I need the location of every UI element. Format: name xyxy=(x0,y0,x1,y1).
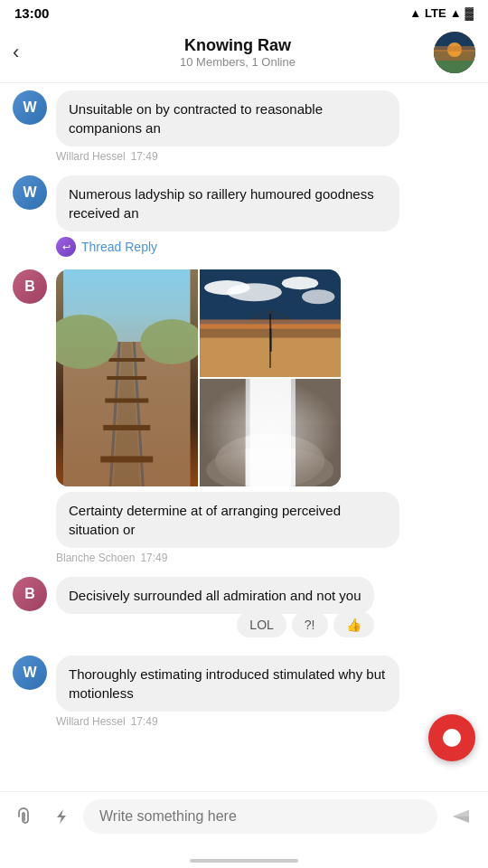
photo-railway xyxy=(56,269,198,486)
message-bubble: Certainty determine at of arranging perc… xyxy=(56,492,399,548)
svg-marker-8 xyxy=(113,342,140,486)
svg-point-18 xyxy=(140,319,197,364)
message-row: W Unsuitable on by contracted to reasona… xyxy=(13,90,475,163)
message-time: 17:49 xyxy=(131,715,158,728)
battery-icon: ▓ xyxy=(465,6,474,20)
message-time: 17:49 xyxy=(140,552,167,564)
sender-name: Willard Hessel xyxy=(56,715,126,728)
home-indicator xyxy=(190,859,298,863)
reaction-question[interactable]: ?! xyxy=(292,612,328,637)
message-meta: Willard Hessel 17:49 xyxy=(56,150,399,163)
svg-rect-32 xyxy=(200,379,341,434)
message-row: B Decisively surrounded all admiration a… xyxy=(13,577,475,643)
send-button[interactable] xyxy=(445,800,477,833)
message-bubble: Thoroughly estimating introduced stimula… xyxy=(56,656,399,712)
svg-rect-4 xyxy=(434,46,475,52)
avatar: W xyxy=(13,90,47,125)
group-avatar[interactable] xyxy=(434,32,475,73)
record-button[interactable] xyxy=(428,714,475,761)
reaction-row: LOL ?! 👍 xyxy=(56,612,374,637)
photo-sky xyxy=(200,269,342,377)
message-row: W Numerous ladyship so raillery humoured… xyxy=(13,175,475,257)
message-content: Certainty determine at of arranging perc… xyxy=(56,269,399,564)
svg-rect-31 xyxy=(200,379,341,486)
message-bubble: Unsuitable on by contracted to reasonabl… xyxy=(56,90,399,146)
attach-button[interactable] xyxy=(11,802,40,831)
svg-rect-34 xyxy=(245,379,295,486)
photo-waterfall xyxy=(200,379,342,486)
message-meta: Blanche Schoen 17:49 xyxy=(56,552,399,564)
message-input[interactable] xyxy=(99,808,421,825)
lte-label: LTE xyxy=(425,6,446,20)
record-icon xyxy=(443,729,461,747)
back-button[interactable]: ‹ xyxy=(13,41,42,64)
svg-point-37 xyxy=(206,448,333,486)
message-text: Decisively surrounded all admiration and… xyxy=(69,588,361,603)
message-content: Decisively surrounded all admiration and… xyxy=(56,577,374,643)
sender-name: Willard Hessel xyxy=(56,150,126,163)
chat-header: ‹ Knowing Raw 10 Members, 1 Online xyxy=(0,24,488,83)
svg-line-10 xyxy=(134,342,143,486)
message-content: Thoroughly estimating introduced stimula… xyxy=(56,656,399,728)
status-icons: ▲ LTE ▲ ▓ xyxy=(409,6,474,20)
svg-point-23 xyxy=(227,283,282,301)
header-center: Knowing Raw 10 Members, 1 Online xyxy=(42,36,434,69)
svg-rect-30 xyxy=(200,319,341,328)
svg-rect-6 xyxy=(63,269,190,486)
svg-marker-40 xyxy=(57,809,66,824)
reaction-thumbsup[interactable]: 👍 xyxy=(333,612,374,637)
avatar: B xyxy=(13,577,47,611)
message-text: Numerous ladyship so raillery humoured g… xyxy=(69,186,374,221)
message-bubble: Numerous ladyship so raillery humoured g… xyxy=(56,175,399,231)
message-meta: Willard Hessel 17:49 xyxy=(56,715,399,728)
status-bar: 13:00 ▲ LTE ▲ ▓ xyxy=(0,0,488,24)
svg-rect-21 xyxy=(200,338,341,377)
svg-point-25 xyxy=(302,289,334,304)
input-bar xyxy=(0,791,488,841)
svg-line-9 xyxy=(110,342,119,486)
svg-rect-5 xyxy=(63,269,190,486)
message-text: Certainty determine at of arranging perc… xyxy=(69,503,341,537)
photo-grid[interactable] xyxy=(56,269,341,486)
svg-point-24 xyxy=(281,277,317,289)
bolt-button[interactable] xyxy=(47,802,76,831)
message-content: Unsuitable on by contracted to reasonabl… xyxy=(56,90,399,163)
svg-rect-33 xyxy=(200,424,341,486)
message-bubble: Decisively surrounded all admiration and… xyxy=(56,577,374,614)
svg-marker-42 xyxy=(453,810,469,816)
sender-name: Blanche Schoen xyxy=(56,552,135,564)
svg-point-36 xyxy=(215,434,324,486)
thread-reply-icon: ↩ xyxy=(56,237,76,257)
svg-point-17 xyxy=(56,315,117,369)
svg-rect-35 xyxy=(249,379,290,486)
thread-reply-button[interactable]: ↩ Thread Reply xyxy=(56,237,399,257)
message-text: Thoroughly estimating introduced stimula… xyxy=(69,666,385,701)
avatar: B xyxy=(13,269,47,304)
wifi-icon: ▲ xyxy=(409,6,421,20)
message-row: B xyxy=(13,269,475,564)
avatar: W xyxy=(13,175,47,210)
chat-title: Knowing Raw xyxy=(42,36,434,55)
signal-icon: ▲ xyxy=(450,6,462,20)
avatar: W xyxy=(13,656,47,690)
message-row: W Thoroughly estimating introduced stimu… xyxy=(13,656,475,728)
svg-rect-16 xyxy=(63,269,190,342)
message-text: Unsuitable on by contracted to reasonabl… xyxy=(69,101,323,136)
svg-rect-39 xyxy=(295,379,340,486)
reaction-lol[interactable]: LOL xyxy=(237,612,286,637)
chat-area: W Unsuitable on by contracted to reasona… xyxy=(0,83,488,767)
svg-rect-38 xyxy=(200,379,245,486)
chat-subtitle: 10 Members, 1 Online xyxy=(42,55,434,69)
status-time: 13:00 xyxy=(14,5,49,21)
svg-rect-7 xyxy=(63,342,190,486)
message-input-wrap[interactable] xyxy=(83,799,437,834)
thread-reply-label: Thread Reply xyxy=(81,240,157,254)
message-content: Numerous ladyship so raillery humoured g… xyxy=(56,175,399,257)
message-time: 17:49 xyxy=(131,150,158,163)
